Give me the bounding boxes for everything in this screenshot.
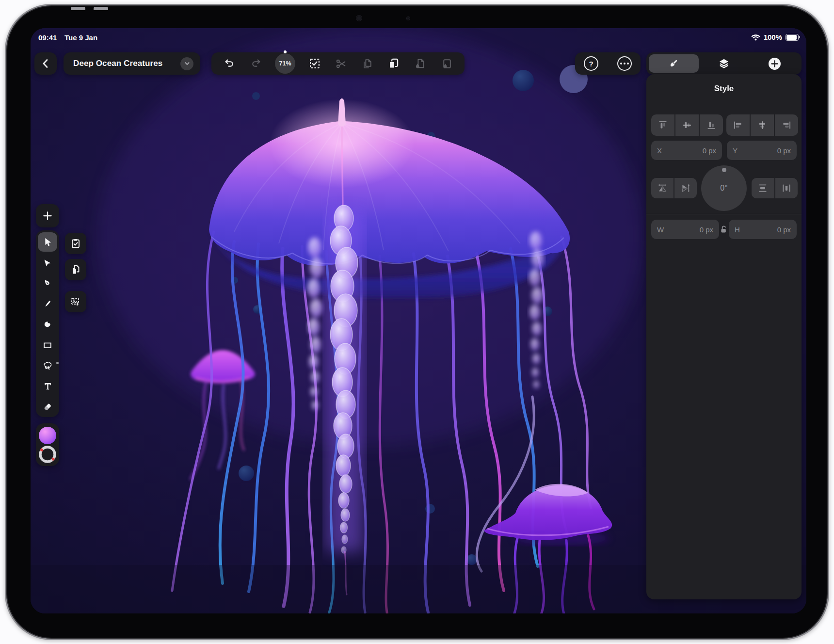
align-vertical-center-button[interactable] [675,114,699,136]
help-button[interactable]: ? [584,56,598,71]
quick-actions: ? [575,52,641,75]
battery-icon [786,34,799,41]
lasso-icon [42,360,53,371]
w-label: W [657,225,664,234]
add-tab-button[interactable] [760,52,789,75]
tab-layers[interactable] [709,52,738,75]
tool-pencil[interactable] [38,294,57,314]
duplicate-button[interactable] [65,259,86,280]
tool-rectangle-shape[interactable] [38,336,57,355]
inspector-tab-bar [646,52,802,75]
tool-pen[interactable] [38,274,57,293]
distribute-vertical-button[interactable] [752,178,774,198]
flip-group [651,178,697,198]
x-position-field[interactable]: X 0 px [651,141,722,160]
tool-text[interactable] [38,377,57,396]
zoom-level: 71% [279,60,291,67]
chevron-left-icon [40,58,51,69]
pencil-icon [42,299,53,309]
horizontal-align-group [726,114,798,136]
y-value: 0 px [777,146,791,155]
screen: 09:41 Tue 9 Jan 100% Deep Ocean Creature… [31,28,806,613]
distribute-horizontal-button[interactable] [775,178,798,198]
height-field[interactable]: H 0 px [729,220,797,239]
align-bottom-button[interactable] [700,114,723,136]
align-top-button[interactable] [651,114,674,136]
volume-button [71,7,85,10]
w-value: 0 px [700,225,713,234]
vertical-align-group [651,114,723,136]
lock-aspect-button[interactable] [719,224,729,235]
cut-scissors-button[interactable] [334,56,348,71]
style-inspector-panel: Style [646,74,802,599]
node-pointer-icon [42,258,53,268]
shape-options-dot [56,362,59,364]
paste-style-button[interactable] [413,56,428,71]
eraser-icon [42,402,53,412]
tool-eraser[interactable] [38,397,57,417]
distribute-group [752,178,798,198]
paintbrush-icon [668,58,679,69]
align-right-button[interactable] [775,114,798,136]
document-title-menu[interactable]: Deep Ocean Creatures [64,52,200,75]
flip-horizontal-button[interactable] [651,178,674,198]
panel-title: Style [646,84,802,94]
tool-blob-brush[interactable] [38,315,57,334]
plus-icon [42,210,53,222]
place-image-icon [70,296,81,307]
tool-lasso[interactable] [38,356,57,375]
date: Tue 9 Jan [64,33,97,42]
h-value: 0 px [777,225,791,234]
zoom-level-button[interactable]: 71% [275,53,295,74]
fill-color-well[interactable] [39,427,56,444]
front-camera [356,16,362,21]
rectangle-icon [42,340,53,351]
clock: 09:41 [38,33,57,42]
pen-nib-icon [42,278,53,289]
plus-circle-icon [768,57,781,70]
camera-sensor [407,17,410,20]
paste-inside-button[interactable] [439,56,454,71]
volume-button [94,7,108,10]
rotation-handle[interactable] [722,168,726,172]
back-button[interactable] [34,52,57,75]
tool-direct-selection[interactable] [38,253,57,273]
ipad-device: 09:41 Tue 9 Jan 100% Deep Ocean Creature… [5,4,829,640]
add-object-button[interactable] [36,204,59,227]
tab-style[interactable] [659,52,688,75]
y-label: Y [733,146,738,155]
battery-percent: 100% [764,33,782,41]
y-position-field[interactable]: Y 0 px [727,141,797,160]
x-label: X [657,146,662,155]
blob-brush-icon [42,319,53,330]
chevron-down-icon[interactable] [180,57,193,70]
paste-clipboard-button[interactable] [65,233,86,254]
layers-icon [718,57,730,70]
rotation-dial[interactable]: 0° [701,165,747,211]
more-options-button[interactable] [617,56,632,71]
document-title: Deep Ocean Creatures [73,59,162,68]
help-glyph: ? [589,60,593,68]
color-wells [36,423,59,466]
select-marquee-button[interactable] [307,56,322,71]
undo-button[interactable] [222,56,237,71]
rotation-value: 0° [720,184,727,193]
align-left-button[interactable] [726,114,750,136]
panel-divider [646,214,802,214]
tool-selection-pointer[interactable] [38,232,57,252]
tool-strip [36,230,59,417]
width-field[interactable]: W 0 px [651,220,719,239]
paste-button[interactable] [386,56,401,71]
status-bar: 09:41 Tue 9 Jan 100% [31,28,806,46]
ellipsis-icon [620,63,629,64]
place-image-button[interactable] [65,291,86,312]
clipboard-check-icon [70,238,81,249]
redo-button[interactable] [249,56,263,71]
align-horizontal-center-button[interactable] [751,114,774,136]
copy-button[interactable] [360,56,375,71]
duplicate-documents-icon [70,264,81,275]
flip-vertical-button[interactable] [674,178,697,198]
x-value: 0 px [703,146,716,155]
zoom-indicator-dot [284,50,287,53]
pointer-icon [42,237,53,248]
